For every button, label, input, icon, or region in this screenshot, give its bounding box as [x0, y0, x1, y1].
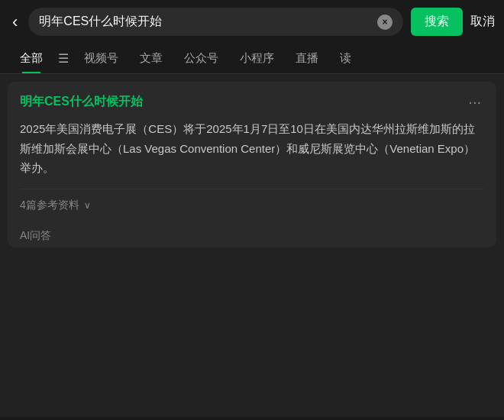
tabs-bar: 全部 ☰ 视频号 文章 公众号 小程序 直播 读	[0, 44, 504, 74]
search-bar: ‹ 明年CES什么时候开始 × 搜索 取消	[0, 0, 504, 44]
tab-video[interactable]: 视频号	[73, 44, 129, 73]
more-button[interactable]: ···	[465, 94, 484, 109]
tab-live[interactable]: 直播	[285, 44, 329, 73]
ai-answer-card: 明年CES什么时候开始 ··· 2025年美国消费电子展（CES）将于2025年…	[8, 82, 496, 247]
filter-icon[interactable]: ☰	[53, 44, 73, 73]
ai-answer-label: AI问答	[20, 221, 484, 247]
references-row[interactable]: 4篇参考资料 ∨	[20, 189, 484, 221]
tab-all[interactable]: 全部	[9, 44, 53, 73]
tab-read[interactable]: 读	[329, 44, 362, 73]
references-label: 4篇参考资料	[20, 199, 79, 212]
card-body: 2025年美国消费电子展（CES）将于2025年1月7日至10日在美国内达华州拉…	[20, 119, 484, 178]
tab-official[interactable]: 公众号	[173, 44, 229, 73]
cancel-button[interactable]: 取消	[470, 14, 495, 30]
tab-mini[interactable]: 小程序	[229, 44, 285, 73]
card-title: 明年CES什么时候开始	[20, 94, 143, 110]
search-input[interactable]: 明年CES什么时候开始	[39, 14, 371, 30]
search-input-wrapper: 明年CES什么时候开始 ×	[28, 8, 403, 36]
main-content: 明年CES什么时候开始 ··· 2025年美国消费电子展（CES）将于2025年…	[0, 74, 504, 417]
clear-button[interactable]: ×	[377, 15, 393, 30]
search-button[interactable]: 搜索	[411, 8, 463, 36]
chevron-down-icon: ∨	[84, 200, 91, 211]
card-header: 明年CES什么时候开始 ···	[20, 94, 484, 110]
tab-article[interactable]: 文章	[129, 44, 173, 73]
back-button[interactable]: ‹	[9, 9, 21, 35]
